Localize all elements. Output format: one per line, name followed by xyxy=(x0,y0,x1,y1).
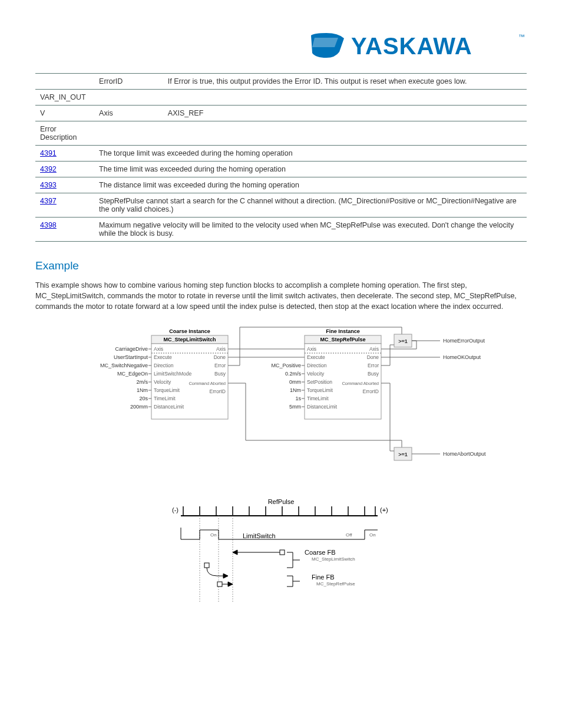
svg-text:2m/s: 2m/s xyxy=(136,379,148,385)
svg-text:1s: 1s xyxy=(295,396,301,401)
example-description: This example shows how to combine variou… xyxy=(35,280,527,312)
svg-text:200mm: 200mm xyxy=(130,404,148,410)
table-row: Error Description xyxy=(35,121,527,146)
svg-text:Done: Done xyxy=(367,354,379,360)
table-row: VAR_IN_OUT xyxy=(35,90,527,106)
svg-text:Velocity: Velocity xyxy=(154,379,171,385)
svg-text:Error: Error xyxy=(214,363,226,368)
svg-text:Error: Error xyxy=(368,363,379,368)
svg-text:MC_Positive: MC_Positive xyxy=(271,363,301,368)
svg-text:On: On xyxy=(369,532,376,538)
table-row: 4391 The torque limit was exceeded durin… xyxy=(35,146,527,162)
svg-text:(-): (-) xyxy=(172,506,178,513)
error-code-link[interactable]: 4393 xyxy=(40,181,57,189)
svg-marker-97 xyxy=(228,582,233,587)
timing-diagram: RefPulse (-) (+) LimitSwitch On Off On C… xyxy=(163,493,399,605)
svg-text:1Nm: 1Nm xyxy=(137,387,148,393)
cell: Maximum negative velocity will be limite… xyxy=(94,218,527,242)
coarse-title: Coarse Instance xyxy=(169,328,210,334)
limitswitch-label: LimitSwitch xyxy=(243,532,276,539)
svg-text:Axis: Axis xyxy=(154,346,163,352)
cell: The time limit was exceeded during the h… xyxy=(94,162,527,177)
svg-text:Done: Done xyxy=(214,354,226,360)
svg-text:MC_SwitchNegative: MC_SwitchNegative xyxy=(100,363,148,368)
table-row: ErrorID If Error is true, this output pr… xyxy=(35,74,527,90)
coarse-fb-label: Coarse FB xyxy=(305,549,336,556)
error-code-link[interactable]: 4392 xyxy=(40,165,57,173)
svg-text:Direction: Direction xyxy=(307,363,327,368)
cell: ErrorID xyxy=(94,74,163,90)
error-code-link[interactable]: 4398 xyxy=(40,221,57,229)
svg-text:SetPosition: SetPosition xyxy=(307,379,332,385)
output-label: HomeErrorOutput xyxy=(443,338,485,344)
svg-text:Velocity: Velocity xyxy=(307,371,325,377)
cell: AXIS_REF xyxy=(163,106,527,121)
svg-text:TorqueLimit: TorqueLimit xyxy=(154,387,180,393)
svg-text:On: On xyxy=(210,532,217,538)
parameter-table: ErrorID If Error is true, this output pr… xyxy=(35,73,527,242)
svg-text:Axis: Axis xyxy=(216,346,226,352)
svg-rect-95 xyxy=(217,582,222,587)
table-row: 4397 StepRefPulse cannot start a search … xyxy=(35,193,527,218)
cell: The distance limit was exceeded during t… xyxy=(94,177,527,193)
svg-text:DistanceLimit: DistanceLimit xyxy=(154,404,184,410)
svg-text:20s: 20s xyxy=(139,396,148,401)
cell: The torque limit was exceeded during the… xyxy=(94,146,527,162)
svg-text:>=1: >=1 xyxy=(398,338,408,344)
svg-text:1Nm: 1Nm xyxy=(290,387,301,393)
fine-title: Fine Instance xyxy=(326,328,360,334)
svg-text:DistanceLimit: DistanceLimit xyxy=(307,404,338,410)
table-row: 4393 The distance limit was exceeded dur… xyxy=(35,177,527,193)
error-code-link[interactable]: 4397 xyxy=(40,197,57,205)
svg-text:TimeLimit: TimeLimit xyxy=(307,396,329,401)
cell: Axis xyxy=(94,106,163,121)
fine-fb-sub: MC_StepRefPulse xyxy=(316,581,355,587)
svg-rect-92 xyxy=(204,563,209,568)
fine-fb-label: Fine FB xyxy=(312,574,335,581)
svg-rect-89 xyxy=(280,550,285,555)
cell: Error Description xyxy=(35,121,94,146)
svg-text:Off: Off xyxy=(346,532,352,538)
svg-text:LimitSwitchMode: LimitSwitchMode xyxy=(154,371,192,377)
table-row: 4398 Maximum negative velocity will be l… xyxy=(35,218,527,242)
output-label: HomeAbortOutput xyxy=(443,451,486,457)
cell: VAR_IN_OUT xyxy=(35,90,94,106)
fine-fb-name: MC_StepRefPulse xyxy=(320,337,365,342)
svg-text:0mm: 0mm xyxy=(289,379,301,385)
svg-text:Command Aborted: Command Aborted xyxy=(342,381,379,386)
svg-text:(+): (+) xyxy=(380,506,388,513)
svg-text:0.2m/s: 0.2m/s xyxy=(285,371,302,377)
table-row: V Axis AXIS_REF xyxy=(35,106,527,121)
svg-text:Execute: Execute xyxy=(307,354,325,360)
coarse-fb-sub: MC_StepLimitSwitch xyxy=(312,556,355,562)
svg-text:Execute: Execute xyxy=(154,354,172,360)
brand-logo: YASKAWA ™ xyxy=(35,29,527,64)
svg-text:Command Aborted: Command Aborted xyxy=(189,381,226,386)
svg-text:Axis: Axis xyxy=(307,346,316,352)
svg-text:>=1: >=1 xyxy=(398,452,408,457)
coarse-fb-name: MC_StepLimitSwitch xyxy=(163,337,216,342)
svg-text:ErrorID: ErrorID xyxy=(363,388,379,394)
cell: StepRefPulse cannot start a search for t… xyxy=(94,193,527,218)
svg-text:Direction: Direction xyxy=(154,363,174,368)
svg-text:Axis: Axis xyxy=(369,346,379,352)
svg-text:Busy: Busy xyxy=(368,371,379,377)
refpulse-label: RefPulse xyxy=(268,498,295,505)
svg-text:UserStartInput: UserStartInput xyxy=(114,354,148,360)
brand-text: YASKAWA xyxy=(351,33,472,59)
svg-text:CarriageDrive: CarriageDrive xyxy=(115,346,148,352)
trademark: ™ xyxy=(518,33,525,40)
cell: If Error is true, this output provides t… xyxy=(163,74,527,90)
svg-text:MC_EdgeOn: MC_EdgeOn xyxy=(117,371,148,377)
svg-text:Busy: Busy xyxy=(214,371,226,377)
error-code-link[interactable]: 4391 xyxy=(40,149,57,157)
svg-text:TimeLimit: TimeLimit xyxy=(154,396,176,401)
svg-text:TorqueLimit: TorqueLimit xyxy=(307,387,333,393)
svg-marker-91 xyxy=(233,550,237,555)
cell: V xyxy=(35,106,94,121)
table-row: 4392 The time limit was exceeded during … xyxy=(35,162,527,177)
section-heading: Example xyxy=(35,259,527,272)
svg-marker-93 xyxy=(223,574,228,578)
function-block-diagram: Coarse Instance MC_StepLimitSwitch Axis … xyxy=(63,322,499,476)
svg-text:ErrorID: ErrorID xyxy=(210,388,226,394)
